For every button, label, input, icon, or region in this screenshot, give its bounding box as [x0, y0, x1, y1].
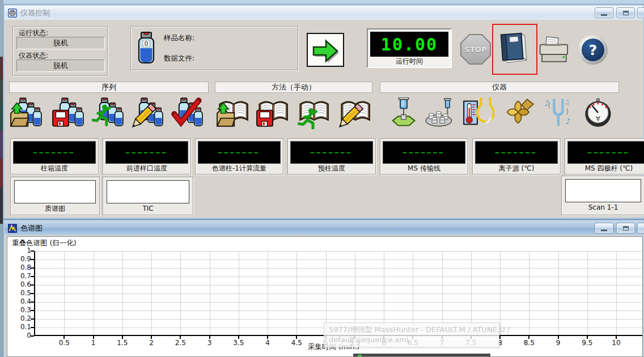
y-tick-label: 0.3 — [9, 306, 31, 314]
y-tick-label: 0 — [9, 332, 31, 339]
x-tick-label: 9.5 — [575, 339, 600, 347]
logbook-notebook-icon — [497, 29, 532, 68]
session-overlay-tooltip: 5977/增强型 MassHunter - DEFAULT.M / ATUNE.… — [324, 322, 499, 347]
y-tick-label: 0.8 — [9, 264, 31, 271]
edit-sequence-button[interactable] — [132, 97, 164, 130]
x-tick-label: 4.5 — [284, 339, 309, 347]
x-tick-label: 1 — [81, 339, 106, 347]
run-time-label: 运行时间 — [368, 57, 451, 66]
logbook-button[interactable] — [497, 29, 533, 69]
edit-method-icon — [338, 97, 370, 129]
lcd-screen: ——————— — [290, 141, 373, 164]
chromatogram-window: 色谱图 × 重叠色谱图 (归一化) 00.10.20.30.40.50.60.7… — [3, 220, 644, 357]
x-tick-label: 3.5 — [226, 339, 251, 347]
y-tick-label: 0.2 — [9, 314, 31, 322]
chrom-maximize-button[interactable] — [616, 223, 635, 233]
chrom-close-button[interactable]: × — [637, 223, 644, 233]
run-sequence-button[interactable] — [92, 97, 125, 130]
save-sequence-button[interactable] — [52, 97, 85, 130]
run-status-value: 脱机 — [16, 37, 105, 49]
gridline-horizontal — [35, 285, 643, 286]
gridline-horizontal — [35, 260, 643, 260]
run-method-icon — [297, 97, 329, 129]
start-run-button[interactable] — [307, 33, 344, 67]
status-panel-ms-transfer-line: ——————— MS 传输线 — [380, 138, 468, 175]
tuning-fork-icon — [543, 97, 575, 129]
chromatogram-app-icon — [8, 224, 17, 233]
chromatogram-title-bar[interactable]: 色谱图 — [5, 221, 643, 235]
print-button[interactable] — [537, 34, 573, 67]
ms-quadrupole-button[interactable] — [503, 97, 536, 130]
overlay-line1: 5977/增强型 MassHunter - DEFAULT.M / ATUNE.… — [329, 325, 494, 335]
vacuum-gauge-icon — [583, 97, 615, 129]
stop-label: STOP — [465, 45, 487, 54]
instrument-control-window: 仪器控制 × 运行状态: 脱机 仪器状态: 脱机 0 样品名称: 数据文件: 1… — [3, 5, 644, 219]
vial-count: 0 — [145, 40, 149, 48]
run-time-value: 10.00 — [370, 32, 448, 57]
chrom-minimize-button[interactable] — [595, 223, 613, 233]
gc-temperature-button[interactable] — [463, 97, 495, 130]
section-header-sequence: 序列 — [9, 82, 209, 93]
minimize-button[interactable] — [595, 7, 613, 18]
gridline-vertical — [94, 251, 94, 335]
y-tick-label: 0.9 — [9, 255, 31, 263]
gridline-vertical — [64, 251, 65, 335]
x-tick-label: 0.5 — [52, 339, 77, 347]
edit-sequence-icon — [132, 97, 163, 129]
load-method-button[interactable] — [217, 97, 249, 130]
validate-sequence-icon — [171, 97, 203, 129]
chromatogram-window-title: 色谱图 — [20, 223, 43, 233]
chromatogram-plot-area: 重叠色谱图 (归一化) 00.10.20.30.40.50.60.70.80.9… — [7, 236, 643, 357]
maximize-icon — [623, 226, 629, 231]
save-method-icon — [256, 97, 288, 129]
validate-sequence-button[interactable] — [171, 97, 204, 130]
mass-spectrum-display — [14, 180, 96, 203]
help-button[interactable]: ? — [578, 35, 608, 65]
sample-tray-button[interactable] — [424, 97, 457, 130]
x-tick-label: 10 — [604, 339, 629, 347]
injector-button[interactable] — [388, 97, 421, 130]
gridline-horizontal — [35, 302, 643, 303]
lcd-screen: ——————— — [475, 141, 558, 164]
sample-vial-icon: 0 — [137, 31, 156, 65]
data-file-label: 数据文件: — [164, 54, 194, 63]
question-mark-icon: ? — [582, 39, 604, 61]
y-tick-label: 0.4 — [9, 298, 31, 305]
x-tick-label: 9 — [546, 339, 571, 347]
x-tick-label: 8.5 — [516, 339, 541, 347]
edit-method-button[interactable] — [338, 97, 371, 130]
gridline-vertical — [296, 251, 297, 335]
vacuum-gauge-button[interactable] — [583, 97, 616, 130]
run-sequence-icon — [92, 97, 124, 129]
save-method-button[interactable] — [256, 97, 289, 130]
gridline-vertical — [180, 251, 181, 335]
overlay-line2: default.sequence.xml — [329, 335, 494, 345]
load-method-icon — [217, 97, 248, 129]
stop-button[interactable]: STOP — [460, 34, 491, 65]
close-button[interactable]: × — [637, 7, 644, 18]
gridline-vertical — [558, 251, 559, 335]
instrument-window-title-bar[interactable]: 仪器控制 — [5, 6, 643, 20]
lcd-screen: ——————— — [567, 141, 644, 164]
instrument-status-value: 脱机 — [16, 60, 105, 72]
y-tick-label: 0.7 — [9, 272, 31, 280]
instrument-window-title: 仪器控制 — [20, 8, 50, 18]
y-tick-label: 0.6 — [9, 280, 31, 288]
load-sequence-button[interactable] — [10, 97, 43, 130]
gridline-vertical — [239, 251, 239, 335]
gridline-horizontal — [35, 251, 643, 252]
gridline-horizontal — [35, 294, 643, 294]
green-arrow-icon — [310, 35, 341, 65]
run-method-button[interactable] — [297, 97, 330, 130]
lcd-screen: ——————— — [13, 141, 96, 164]
maximize-button[interactable] — [616, 7, 635, 18]
sample-groupbox: 0 样品名称: 数据文件: — [130, 26, 298, 70]
tune-button[interactable] — [543, 97, 576, 130]
x-tick-label: 1.5 — [110, 339, 135, 347]
tic-display — [107, 180, 189, 203]
gridline-vertical — [151, 251, 152, 335]
status-panel-ion-source: ——————— 离子源 (℃) — [472, 138, 561, 175]
gridline-horizontal — [35, 268, 643, 269]
x-tick-label: 4 — [255, 339, 280, 347]
sample-tray-icon — [424, 97, 456, 129]
